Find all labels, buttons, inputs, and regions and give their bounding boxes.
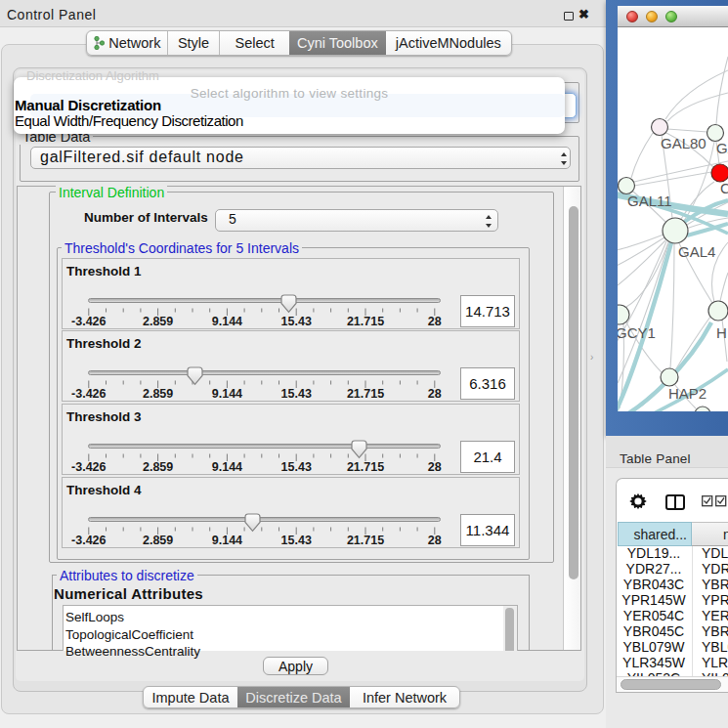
svg-text:GA: GA <box>716 140 728 156</box>
svg-text:H: H <box>716 324 727 341</box>
svg-text:CY: CY <box>720 180 728 196</box>
svg-text:HAP2: HAP2 <box>668 385 707 402</box>
svg-text:GAL80: GAL80 <box>661 135 707 151</box>
svg-text:GAL11: GAL11 <box>627 193 672 209</box>
svg-text:GAL4: GAL4 <box>678 243 715 260</box>
svg-text:GCY1: GCY1 <box>618 324 656 341</box>
